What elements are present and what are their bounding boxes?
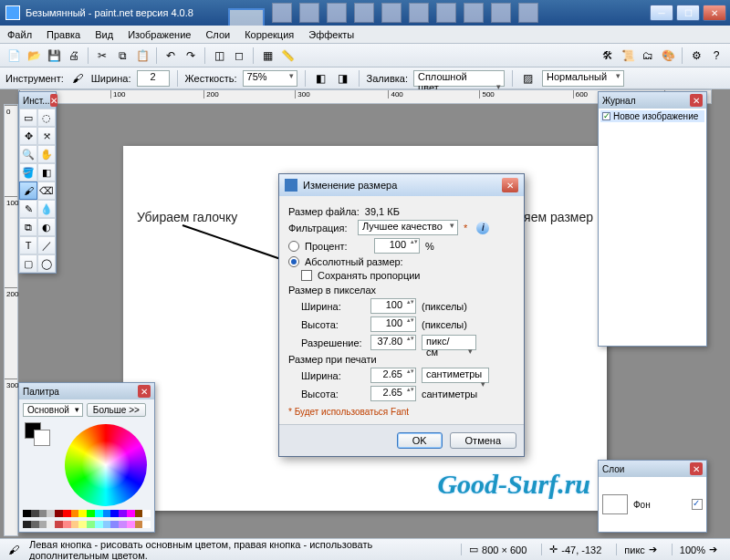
- palette-row-1[interactable]: [23, 510, 151, 517]
- help-icon[interactable]: ?: [708, 47, 725, 64]
- tool-move[interactable]: ✥: [19, 127, 37, 145]
- layers-panel-close[interactable]: ✕: [690, 462, 703, 475]
- close-button[interactable]: ✕: [703, 5, 726, 21]
- filter-combo[interactable]: Лучшее качество: [358, 220, 458, 235]
- paste-icon[interactable]: 📋: [134, 47, 151, 64]
- tool-pencil[interactable]: ✎: [19, 200, 37, 218]
- colors-more-button[interactable]: Больше >>: [87, 403, 146, 417]
- px-width-input[interactable]: 100: [370, 298, 416, 314]
- percent-input[interactable]: 100: [374, 238, 420, 254]
- layer-visible-checkbox[interactable]: [692, 499, 703, 510]
- tool-picker[interactable]: 💧: [37, 200, 56, 218]
- instrument-brush-icon[interactable]: 🖌: [69, 70, 86, 87]
- filesize-value: 39,1 КБ: [365, 206, 400, 217]
- menu-edit[interactable]: Правка: [39, 29, 88, 40]
- menu-effects[interactable]: Эффекты: [301, 29, 361, 40]
- pr-width-label: Ширина:: [301, 370, 365, 381]
- minimize-button[interactable]: ─: [650, 5, 673, 21]
- px-height-input[interactable]: 100: [370, 316, 416, 332]
- deselect-icon[interactable]: ◻: [231, 47, 247, 64]
- tool-recolor[interactable]: ◐: [37, 218, 56, 236]
- ruler-icon[interactable]: 📏: [279, 47, 296, 64]
- statusbar: 🖌 Левая кнопка - рисовать основным цвето…: [0, 538, 730, 560]
- cut-icon[interactable]: ✂: [94, 47, 110, 64]
- status-zoom-arrow[interactable]: ➔: [709, 544, 717, 555]
- pr-width-input[interactable]: 2.65: [370, 368, 416, 383]
- menu-image[interactable]: Изображение: [120, 29, 198, 40]
- tool-move-sel[interactable]: ⤧: [37, 127, 56, 145]
- copy-icon[interactable]: ⧉: [114, 47, 130, 64]
- tool-clone[interactable]: ⧉: [19, 218, 37, 236]
- blendmode-combo[interactable]: Нормальный: [542, 70, 624, 87]
- res-input[interactable]: 37.80: [370, 335, 416, 350]
- maximize-button[interactable]: ☐: [676, 5, 700, 21]
- color-mode-select[interactable]: Основной: [23, 403, 83, 417]
- tools-toggle-icon[interactable]: 🛠: [600, 47, 616, 64]
- layers-panel[interactable]: Слои ✕ Фон: [598, 460, 707, 533]
- layers-toggle-icon[interactable]: 🗂: [640, 47, 656, 64]
- menu-adjust[interactable]: Коррекция: [237, 29, 301, 40]
- color-swatches[interactable]: [25, 422, 52, 444]
- history-toggle-icon[interactable]: 📜: [620, 47, 636, 64]
- color-wheel[interactable]: [65, 424, 147, 506]
- crop-icon[interactable]: ◫: [211, 47, 227, 64]
- undo-icon[interactable]: ↶: [162, 47, 179, 64]
- tool-lasso[interactable]: ◌: [37, 109, 56, 127]
- history-panel[interactable]: Журнал ✕ Новое изображение: [598, 91, 707, 347]
- px-width-unit: (пикселы): [422, 301, 467, 312]
- absolute-radio[interactable]: [288, 256, 299, 267]
- fill-combo[interactable]: Сплошной цвет: [413, 70, 505, 87]
- brush-width-input[interactable]: 2: [137, 70, 170, 87]
- tool-fill[interactable]: 🪣: [19, 163, 37, 181]
- cancel-button[interactable]: Отмена: [450, 432, 516, 449]
- grid-icon[interactable]: ▦: [259, 47, 276, 64]
- res-label: Разрешение:: [301, 337, 365, 348]
- pr-height-input[interactable]: 2.65: [370, 386, 416, 401]
- info-icon[interactable]: i: [476, 222, 489, 234]
- res-unit-combo[interactable]: пикс/см: [422, 335, 476, 350]
- tool-brush[interactable]: 🖌: [19, 181, 37, 200]
- open-icon[interactable]: 📂: [26, 47, 42, 64]
- colors-toggle-icon[interactable]: 🎨: [660, 47, 676, 64]
- ruler-vertical: 0100 200300: [4, 104, 18, 536]
- settings-icon[interactable]: ⚙: [688, 47, 704, 64]
- tool-gradient[interactable]: ◧: [37, 163, 56, 181]
- menu-file[interactable]: Файл: [0, 29, 39, 40]
- dialog-titlebar[interactable]: Изменение размера ✕: [279, 174, 524, 196]
- colors-panel-close[interactable]: ✕: [138, 385, 151, 398]
- pr-unit-combo[interactable]: сантиметры: [422, 368, 489, 383]
- tool-rect[interactable]: ▢: [19, 254, 37, 273]
- percent-radio[interactable]: [288, 241, 299, 252]
- print-icon[interactable]: 🖨: [66, 47, 82, 64]
- history-panel-close[interactable]: ✕: [690, 94, 703, 107]
- dialog-close-button[interactable]: ✕: [502, 178, 518, 192]
- antialias-icon[interactable]: ◧: [313, 70, 329, 87]
- alpha-icon[interactable]: ▨: [520, 70, 537, 87]
- resize-dialog: Изменение размера ✕ Размер файла: 39,1 К…: [278, 173, 525, 457]
- layer-thumb[interactable]: [602, 494, 628, 514]
- new-icon[interactable]: 📄: [5, 47, 22, 64]
- tool-pan[interactable]: ✋: [37, 145, 56, 163]
- dialog-title-text: Изменение размера: [303, 180, 397, 191]
- tool-rect-select[interactable]: ▭: [19, 109, 37, 127]
- redo-icon[interactable]: ↷: [182, 47, 199, 64]
- hardness-combo[interactable]: 75%: [243, 70, 297, 87]
- history-item[interactable]: Новое изображение: [600, 110, 704, 122]
- blend-icon[interactable]: ◨: [335, 70, 351, 87]
- tools-panel[interactable]: Инст... ✕ ▭ ◌ ✥ ⤧ 🔍 ✋ 🪣 ◧ 🖌 ⌫ ✎ 💧 ⧉ ◐ T …: [18, 91, 57, 274]
- save-icon[interactable]: 💾: [46, 47, 62, 64]
- tool-zoom[interactable]: 🔍: [19, 145, 37, 163]
- palette-row-2[interactable]: [23, 521, 151, 528]
- keep-ratio-checkbox[interactable]: [301, 270, 312, 281]
- tool-shape[interactable]: ◯: [37, 254, 56, 273]
- status-unit-arrow[interactable]: ➔: [649, 544, 657, 555]
- tools-panel-close[interactable]: ✕: [50, 94, 57, 107]
- tool-line[interactable]: ／: [37, 236, 56, 254]
- tool-eraser[interactable]: ⌫: [37, 181, 56, 200]
- status-unit[interactable]: пикс: [624, 544, 645, 555]
- menu-layers[interactable]: Слои: [198, 29, 237, 40]
- menu-view[interactable]: Вид: [88, 29, 120, 40]
- tool-text[interactable]: T: [19, 236, 37, 254]
- colors-panel[interactable]: Палитра ✕ Основной Больше >>: [18, 382, 155, 533]
- ok-button[interactable]: OK: [397, 432, 443, 449]
